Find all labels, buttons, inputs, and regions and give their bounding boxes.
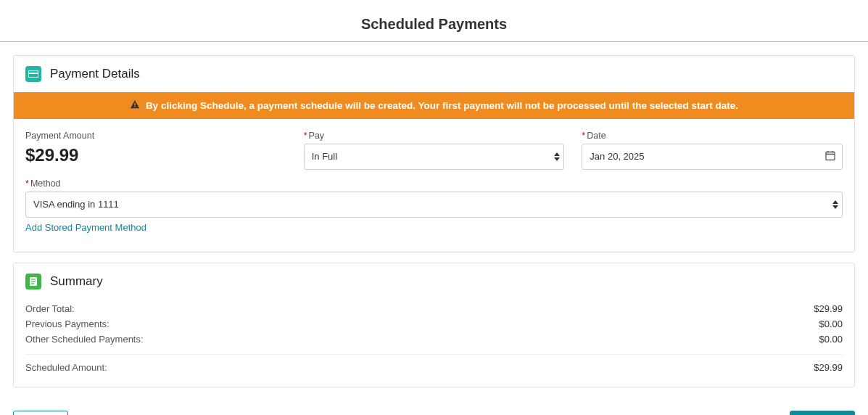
summary-row-order-total: Order Total: $29.99 <box>25 301 843 316</box>
summary-label: Scheduled Amount: <box>25 362 107 373</box>
summary-value: $0.00 <box>819 334 843 345</box>
warning-icon <box>130 99 140 112</box>
warning-banner: By clicking Schedule, a payment schedule… <box>14 92 854 119</box>
summary-value: $29.99 <box>814 362 843 373</box>
svg-rect-3 <box>134 106 135 107</box>
page-title: Scheduled Payments <box>0 0 868 42</box>
payment-details-header: Payment Details <box>14 56 854 92</box>
date-group: *Date Jan 20, 2025 <box>582 131 843 170</box>
summary-panel: Summary Order Total: $29.99 Previous Pay… <box>13 263 855 387</box>
summary-label: Other Scheduled Payments: <box>25 334 144 345</box>
cancel-button[interactable]: Cancel <box>13 411 68 415</box>
payment-icon <box>25 66 41 82</box>
summary-body: Order Total: $29.99 Previous Payments: $… <box>14 300 854 387</box>
summary-label: Order Total: <box>25 303 75 314</box>
footer-actions: Cancel Schedule <box>0 411 868 415</box>
pay-group: *Pay In Full <box>304 131 565 170</box>
payment-details-panel: Payment Details By clicking Schedule, a … <box>13 55 855 252</box>
payment-amount-label: Payment Amount <box>25 131 286 141</box>
method-label: *Method <box>25 178 843 189</box>
summary-row-scheduled: Scheduled Amount: $29.99 <box>25 354 843 375</box>
payment-amount-value: $29.99 <box>25 145 286 165</box>
summary-icon <box>25 274 41 289</box>
summary-row-other: Other Scheduled Payments: $0.00 <box>25 332 843 347</box>
svg-rect-1 <box>28 73 38 74</box>
summary-row-previous: Previous Payments: $0.00 <box>25 316 843 332</box>
add-payment-method-link[interactable]: Add Stored Payment Method <box>25 222 843 233</box>
method-select[interactable]: VISA ending in 1111 <box>25 192 843 218</box>
payment-amount-group: Payment Amount $29.99 <box>25 131 286 170</box>
summary-label: Previous Payments: <box>25 319 109 329</box>
summary-header: Summary <box>14 263 854 300</box>
summary-value: $0.00 <box>819 319 843 329</box>
payment-details-title: Payment Details <box>50 67 140 81</box>
schedule-button[interactable]: Schedule <box>790 411 855 415</box>
date-input[interactable]: Jan 20, 2025 <box>582 144 843 170</box>
summary-title: Summary <box>50 274 103 289</box>
method-group: *Method VISA ending in 1111 Add Stored P… <box>25 178 843 233</box>
svg-rect-2 <box>134 103 135 106</box>
date-label: *Date <box>582 131 843 141</box>
pay-select[interactable]: In Full <box>304 144 565 170</box>
summary-value: $29.99 <box>814 303 843 314</box>
warning-text: By clicking Schedule, a payment schedule… <box>146 100 738 111</box>
content-area: Payment Details By clicking Schedule, a … <box>0 42 868 411</box>
payment-form: Payment Amount $29.99 *Pay In Full *Date <box>14 119 854 252</box>
pay-label: *Pay <box>304 131 565 141</box>
